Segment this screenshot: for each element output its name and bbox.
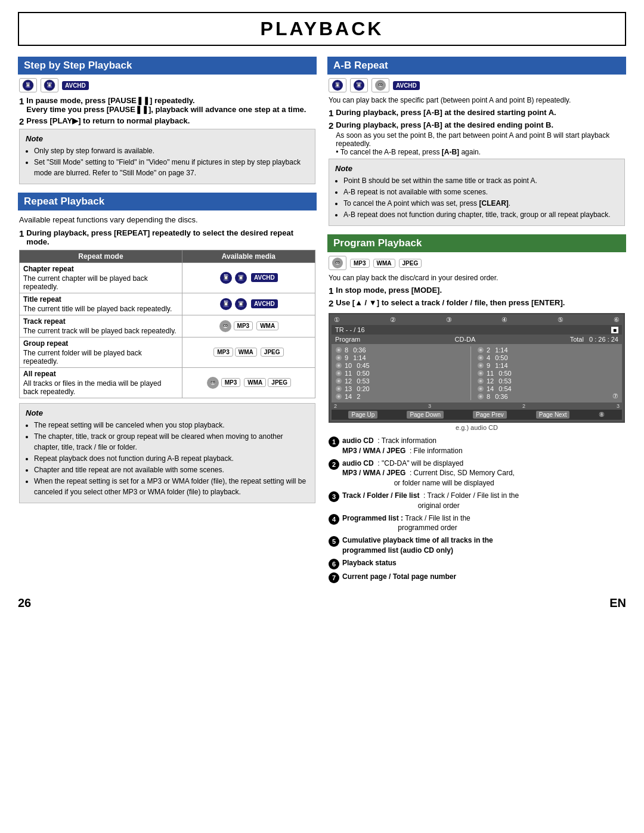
program-screen-container: ① ② ③ ④ ⑤ ⑥ TR - - / 16 ■ (329, 313, 625, 423)
page: PLAYBACK Step by Step Playback (0, 0, 644, 833)
mp3-badge: MP3 (234, 321, 253, 330)
wma-badge2: WMA (235, 348, 257, 357)
page-next-btn: Page Next (536, 411, 570, 419)
numbered-item-4: 4 Programmed list : Track / File list in… (329, 513, 625, 534)
svg-text:Video: Video (26, 86, 30, 88)
title-repeat-media: BD Video DVD Video (182, 293, 315, 315)
group-repeat-cell: Group repeat The current folder will be … (20, 337, 182, 367)
ab-step2-num: 2 (329, 120, 333, 156)
svg-text:BD: BD (26, 82, 30, 85)
wma-badge: WMA (256, 321, 278, 330)
note-item: Only step by step forward is available. (34, 145, 309, 156)
all-repeat-desc: All tracks or files in the media will be… (23, 379, 161, 396)
screen-status-box: ■ (611, 327, 618, 333)
numbered-item-5: 5 Cumulative playback time of all tracks… (329, 535, 625, 556)
note-title-1: Note (26, 134, 309, 143)
mp3-badge-prog: MP3 (350, 259, 370, 268)
list-icon (335, 346, 342, 354)
avchd-badge2: AVCHD (251, 299, 278, 308)
note-item: The chapter, title, track or group repea… (34, 431, 309, 453)
circle-num-5: 5 (329, 536, 339, 547)
bd-video-badge: BD Video (19, 78, 37, 92)
note-item: Chapter and title repeat are not availab… (34, 465, 309, 475)
svg-point-79 (479, 380, 482, 382)
step2-text: Press [PLAY▶] to return to normal playba… (26, 116, 190, 126)
note-item: Set "Still Mode" setting to "Field" in "… (34, 157, 309, 178)
ab-repeat-media-icons: BD Video DVD Video (329, 78, 625, 92)
svg-text:CD: CD (223, 323, 228, 327)
list-icon (335, 354, 342, 361)
step1-sub: Every time you press [PAUSE❚❚], playback… (26, 105, 306, 114)
group-media-icons: MP3 WMA JPEG (186, 348, 311, 357)
right-column: A-B Repeat BD Video (327, 57, 626, 586)
svg-text:DVD: DVD (357, 82, 362, 85)
wma-badge-prog: WMA (373, 259, 395, 268)
dvd-icon2: DVD Video (234, 298, 247, 311)
screen-tr-bar: TR - - / 16 ■ (332, 325, 622, 335)
bd-disc-icon: BD Video (22, 79, 34, 91)
screen-sub-labels: 2 3 2 3 (332, 402, 622, 410)
svg-text:CD: CD (378, 83, 383, 86)
track-media-icons: CD MP3 WMA (186, 320, 311, 333)
cd-icon: CD (219, 320, 232, 333)
jpeg-badge2: JPEG (268, 378, 291, 387)
title-repeat-desc: The current title will be played back re… (23, 305, 172, 313)
program-media-icons: CD MP3 WMA JPEG (329, 256, 625, 270)
list-icon (335, 385, 342, 392)
note-item: Point B should be set within the same ti… (343, 175, 618, 186)
list-icon-r (477, 346, 484, 354)
circle-8: ⑧ (599, 411, 605, 419)
track-repeat-media: CD MP3 WMA (182, 315, 315, 337)
avchd-badge: AVCHD (62, 81, 89, 90)
item-5-text: Cumulative playback time of all tracks i… (342, 535, 493, 556)
list-row-right: 140:54 (477, 385, 606, 392)
page-down-btn: Page Down (407, 411, 444, 419)
item-1-text: audio CD : Track information MP3 / WMA /… (342, 436, 463, 456)
list-row: 130:20 (335, 385, 465, 392)
title-media-icons: BD Video DVD Video (186, 298, 311, 311)
ab-repeat-header: A-B Repeat (327, 57, 626, 75)
list-row: 80:36 (335, 346, 465, 354)
mp3-badge2: MP3 (213, 348, 233, 357)
eg-text: e.g.) audio CD (329, 424, 625, 431)
table-row: Track repeat The current track will be p… (20, 315, 315, 337)
svg-point-61 (338, 364, 340, 367)
bd-badge-ab: BD Video (329, 78, 346, 92)
list-row-right: 120:53 (477, 377, 606, 385)
track-repeat-cell: Track repeat The current track will be p… (20, 315, 182, 337)
screen-list-area: 80:36 91:14 100:45 (332, 344, 622, 402)
group-repeat-desc: The current folder will be played back r… (23, 349, 142, 366)
program-playback-header: Program Playback (327, 234, 626, 252)
dvd-disc-icon: DVD Video (44, 79, 55, 91)
step1-num: 1 (19, 96, 24, 114)
program-intro: You can play back the disc/card in your … (329, 274, 625, 282)
svg-point-57 (338, 349, 340, 351)
title-repeat-name: Title repeat (23, 295, 178, 304)
footer-page-number: 26 (18, 596, 31, 610)
list-icon (335, 370, 342, 377)
ab-step2-sub1: As soon as you set the point B, the part… (336, 131, 625, 148)
step-by-step-note: Note Only step by step forward is availa… (19, 129, 315, 184)
ab-step2-content: During playback, press [A-B] at the desi… (336, 120, 625, 156)
list-icon (335, 393, 342, 400)
svg-text:Video: Video (224, 278, 229, 281)
svg-text:BD: BD (224, 300, 228, 304)
repeat-playback-section: Repeat Playback Available repeat functio… (18, 193, 317, 503)
list-row-right: 91:14 (477, 362, 606, 369)
screen-bottom-bar: Page Up Page Down Page Prev Page Next ⑧ (332, 410, 622, 420)
list-icon-r (477, 354, 484, 361)
svg-text:BD: BD (224, 274, 228, 277)
svg-text:Video: Video (239, 305, 244, 307)
note-item: To cancel the A point which was set, pre… (343, 198, 618, 209)
list-icon-r (477, 362, 484, 369)
numbered-item-6: 6 Playback status (329, 558, 625, 569)
item-3-text: Track / Folder / File list : Track / Fol… (342, 491, 519, 511)
chapter-repeat-cell: Chapter repeat The current chapter will … (20, 262, 182, 293)
avchd-badge-ab: AVCHD (393, 81, 420, 90)
cd-badge-ab: CD (371, 78, 389, 92)
circle-num-4: 4 (329, 514, 339, 525)
prog-numbered-items: 1 audio CD : Track information MP3 / WMA… (329, 436, 625, 583)
ab-repeat-intro: You can play back the specific part (bet… (329, 96, 625, 104)
chapter-repeat-desc: The current chapter will be played back … (23, 274, 148, 291)
ab-repeat-note: Note Point B should be set within the sa… (329, 159, 625, 226)
